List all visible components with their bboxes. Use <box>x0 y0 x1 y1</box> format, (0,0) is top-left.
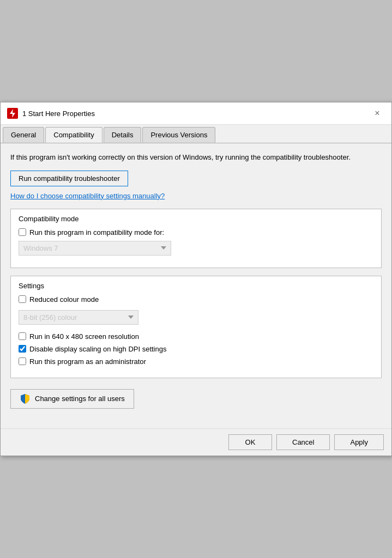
tab-content: If this program isn't working correctly … <box>1 143 391 428</box>
compat-mode-checkbox-row: Run this program in compatibility mode f… <box>19 228 373 236</box>
colour-dropdown[interactable]: 8-bit (256) colour 16-bit (65536) colour <box>19 310 138 325</box>
run-640-label[interactable]: Run in 640 x 480 screen resolution <box>29 332 139 341</box>
run-640-checkbox[interactable] <box>19 332 26 340</box>
apply-button[interactable]: Apply <box>334 434 384 450</box>
run-admin-label[interactable]: Run this program as an administrator <box>29 357 146 366</box>
help-link[interactable]: How do I choose compatibility settings m… <box>10 192 382 200</box>
ok-button[interactable]: OK <box>228 434 272 450</box>
change-settings-label: Change settings for all users <box>35 395 125 403</box>
tab-compatibility[interactable]: Compatibility <box>45 127 102 143</box>
properties-dialog: 1 Start Here Properties × General Compat… <box>0 102 392 456</box>
reduced-colour-row: Reduced colour mode <box>19 295 373 304</box>
compatibility-mode-section: Compatibility mode Run this program in c… <box>10 209 382 268</box>
shield-icon <box>20 393 31 404</box>
tab-general[interactable]: General <box>3 127 44 143</box>
settings-section-label: Settings <box>19 282 373 290</box>
title-bar-left: 1 Start Here Properties <box>7 108 95 119</box>
compat-mode-checkbox[interactable] <box>19 228 26 236</box>
disable-dpi-label[interactable]: Disable display scaling on high DPI sett… <box>29 345 166 353</box>
compat-mode-checkbox-label[interactable]: Run this program in compatibility mode f… <box>29 228 164 236</box>
tab-details[interactable]: Details <box>104 127 142 143</box>
run-admin-row: Run this program as an administrator <box>19 357 373 366</box>
settings-section: Settings Reduced colour mode 8-bit (256)… <box>10 276 382 378</box>
app-icon <box>7 108 18 119</box>
reduced-colour-checkbox[interactable] <box>19 295 26 303</box>
run-640-row: Run in 640 x 480 screen resolution <box>19 332 373 341</box>
tab-bar: General Compatibility Details Previous V… <box>1 125 391 143</box>
compatibility-mode-label: Compatibility mode <box>19 215 373 223</box>
run-troubleshooter-button[interactable]: Run compatibility troubleshooter <box>10 171 128 186</box>
run-admin-checkbox[interactable] <box>19 357 26 365</box>
compat-mode-dropdown[interactable]: Windows 7 Windows XP (Service Pack 3) Wi… <box>19 241 171 256</box>
disable-dpi-checkbox[interactable] <box>19 345 26 353</box>
tab-previous-versions[interactable]: Previous Versions <box>142 127 215 143</box>
window-title: 1 Start Here Properties <box>22 110 95 118</box>
title-bar: 1 Start Here Properties × <box>1 102 391 125</box>
close-button[interactable]: × <box>370 107 385 120</box>
intro-text: If this program isn't working correctly … <box>10 152 382 163</box>
footer: OK Cancel Apply <box>1 428 391 456</box>
change-settings-button[interactable]: Change settings for all users <box>10 389 134 409</box>
reduced-colour-label[interactable]: Reduced colour mode <box>29 295 99 304</box>
cancel-button[interactable]: Cancel <box>276 434 330 450</box>
disable-dpi-row: Disable display scaling on high DPI sett… <box>19 345 373 353</box>
